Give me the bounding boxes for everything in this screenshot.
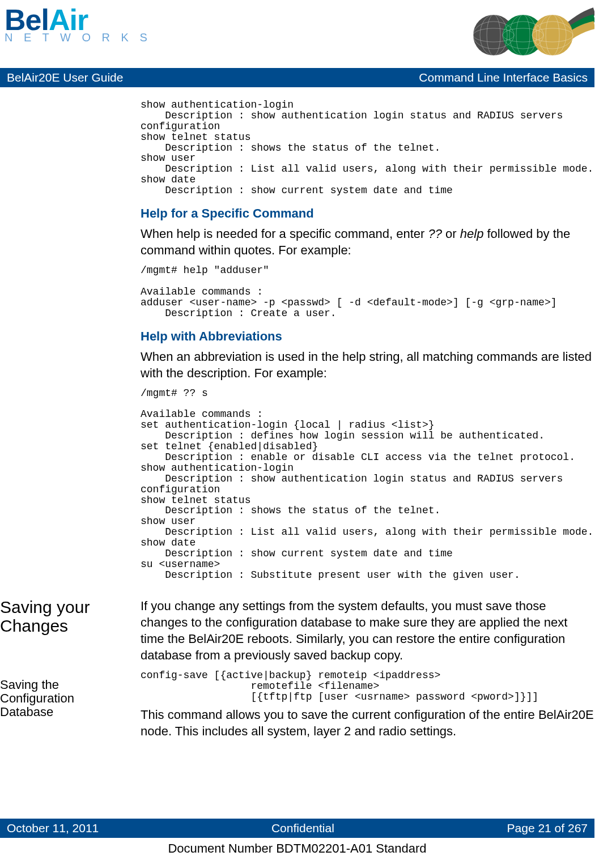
text-help: help: [460, 227, 484, 241]
heading-help-specific: Help for a Specific Command: [141, 206, 594, 221]
para-config-save: This command allows you to save the curr…: [141, 706, 594, 739]
title-bar: BelAir20E User Guide Command Line Interf…: [0, 68, 594, 87]
para-help-specific: When help is needed for a specific comma…: [141, 225, 594, 258]
code-block-abbrev: /mgmt# ?? s Available commands : set aut…: [141, 388, 594, 581]
text-fragment: or: [442, 227, 460, 241]
para-help-abbrev: When an abbreviation is used in the help…: [141, 348, 594, 381]
globes-icon: [464, 6, 594, 62]
doc-title-right: Command Line Interface Basics: [419, 71, 588, 84]
para-saving-intro: If you change any settings from the syst…: [141, 598, 594, 663]
page-footer: October 11, 2011 Confidential Page 21 of…: [0, 816, 594, 856]
page-header: BelAir N E T W O R K S: [0, 6, 594, 66]
heading-help-abbrev: Help with Abbreviations: [141, 329, 594, 344]
logo: BelAir N E T W O R K S: [5, 6, 151, 44]
code-block-show-commands: show authentication-login Description : …: [141, 100, 594, 196]
text-fragment: When help is needed for a specific comma…: [141, 227, 428, 241]
side-heading-saving-db: Saving the Configuration Database: [0, 678, 130, 719]
footer-date: October 11, 2011: [7, 821, 99, 835]
code-block-help-adduser: /mgmt# help "adduser" Available commands…: [141, 265, 594, 318]
side-heading-saving-changes: Saving your Changes: [0, 598, 130, 635]
footer-confidential: Confidential: [271, 821, 334, 835]
text-qq: ??: [428, 227, 442, 241]
doc-title-left: BelAir20E User Guide: [7, 71, 123, 84]
svg-point-2: [532, 15, 573, 56]
footer-document-number: Document Number BDTM02201-A01 Standard: [0, 838, 594, 856]
logo-networks: N E T W O R K S: [5, 31, 151, 44]
footer-page-number: Page 21 of 267: [507, 821, 588, 835]
code-block-config-save: config-save [{active|backup} remoteip <i…: [141, 670, 594, 702]
